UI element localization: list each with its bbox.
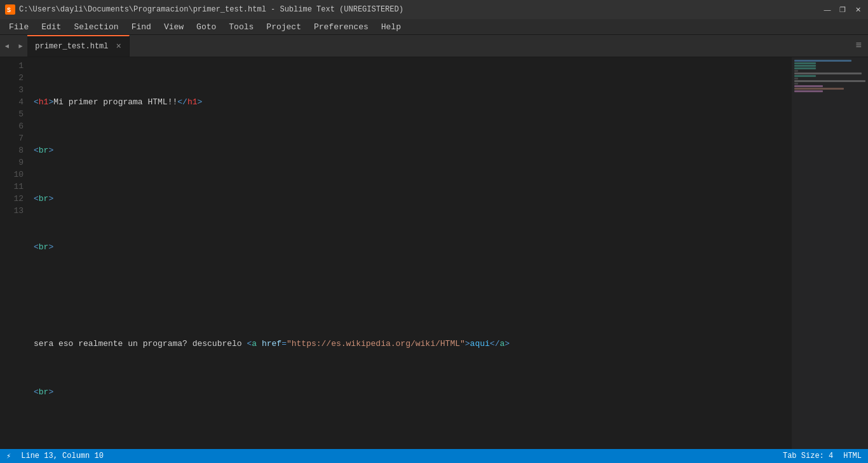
code-line-7: <br> (34, 386, 785, 398)
code-editor[interactable]: <h1>Mi primer programa HTML!!</h1> <br> … (29, 57, 868, 449)
line-num-9: 9 (0, 156, 24, 169)
app-icon: S (5, 4, 15, 15)
line-num-7: 7 (0, 132, 24, 144)
line-num-10: 10 (0, 169, 24, 181)
svg-text:S: S (7, 7, 11, 14)
menu-preferences[interactable]: Preferences (308, 21, 375, 33)
tab-nav-prev[interactable]: ◂ (0, 35, 14, 57)
tab-nav-next[interactable]: ▸ (14, 35, 28, 57)
line-num-11: 11 (0, 181, 24, 193)
editor-area: 1 2 3 4 5 6 7 8 9 10 11 12 13 <h1>Mi pri… (0, 57, 868, 449)
menu-project[interactable]: Project (260, 21, 308, 33)
titlebar: S C:\Users\dayli\Documents\Programacion\… (0, 0, 868, 19)
maximize-button[interactable]: ❐ (837, 4, 848, 15)
window-title: C:\Users\dayli\Documents\Programacion\pr… (19, 5, 822, 14)
close-button[interactable]: ✕ (853, 4, 863, 15)
code-line-8 (34, 434, 785, 446)
minimap (792, 57, 868, 449)
line-num-13: 13 (0, 205, 24, 217)
menu-edit[interactable]: Edit (35, 21, 67, 33)
menu-file[interactable]: File (3, 21, 35, 33)
status-tab-size[interactable]: Tab Size: 4 (783, 452, 833, 460)
line-num-1: 1 (0, 60, 24, 72)
line-num-3: 3 (0, 84, 24, 96)
tab-close-button[interactable]: × (116, 41, 121, 52)
line-num-8: 8 (0, 144, 24, 156)
status-syntax[interactable]: HTML (843, 452, 862, 460)
code-line-1: <h1>Mi primer programa HTML!!</h1> (34, 96, 785, 108)
menu-selection[interactable]: Selection (67, 21, 125, 33)
line-num-6: 6 (0, 120, 24, 132)
menubar: File Edit Selection Find View Goto Tools… (0, 19, 868, 35)
line-num-12: 12 (0, 193, 24, 205)
menu-goto[interactable]: Goto (190, 21, 222, 33)
git-icon: ⚡ (6, 452, 11, 461)
line-numbers: 1 2 3 4 5 6 7 8 9 10 11 12 13 (0, 57, 29, 449)
code-line-2: <br> (34, 144, 785, 156)
code-line-3: <br> (34, 193, 785, 205)
line-num-4: 4 (0, 96, 24, 108)
tabbar: ◂ ▸ primer_test.html × ≡ (0, 35, 868, 57)
minimize-button[interactable]: — (822, 4, 832, 15)
line-num-2: 2 (0, 72, 24, 84)
statusbar: ⚡ Line 13, Column 10 Tab Size: 4 HTML (0, 449, 868, 463)
menu-help[interactable]: Help (375, 21, 407, 33)
code-line-6: sera eso realmente un programa? descubre… (34, 338, 785, 350)
menu-view[interactable]: View (158, 21, 190, 33)
status-left: ⚡ Line 13, Column 10 (6, 452, 104, 461)
line-num-5: 5 (0, 108, 24, 120)
minimap-content (792, 57, 868, 95)
status-right: Tab Size: 4 HTML (783, 452, 862, 460)
menu-tools[interactable]: Tools (222, 21, 260, 33)
menu-find[interactable]: Find (125, 21, 158, 33)
tab-dropdown-button[interactable]: ≡ (849, 35, 868, 57)
tab-filename: primer_test.html (35, 42, 108, 51)
code-line-5 (34, 289, 785, 301)
active-tab[interactable]: primer_test.html × (27, 35, 130, 57)
code-line-4: <br> (34, 241, 785, 253)
status-line-col[interactable]: Line 13, Column 10 (21, 452, 104, 460)
window-controls: — ❐ ✕ (822, 4, 863, 15)
